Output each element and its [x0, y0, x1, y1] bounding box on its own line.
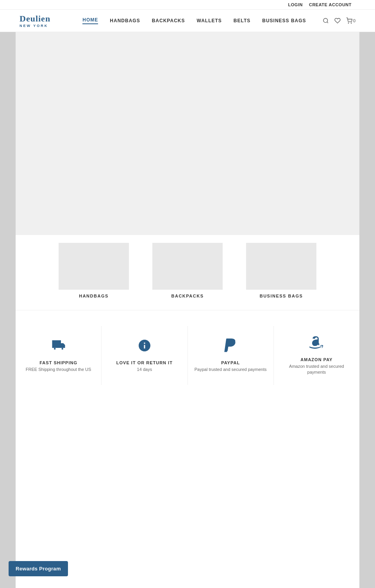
- category-section: HANDBAGS BACKPACKS BUSINESS BAGS: [16, 235, 359, 310]
- svg-point-2: [348, 23, 348, 23]
- create-account-link[interactable]: CREATE ACCOUNT: [309, 2, 352, 7]
- login-link[interactable]: LOGIN: [288, 2, 303, 7]
- cart-icon: [346, 18, 352, 24]
- category-handbags[interactable]: HANDBAGS: [59, 243, 129, 298]
- svg-point-3: [351, 23, 352, 23]
- search-button[interactable]: [323, 18, 329, 24]
- feature-amazon-title: AMAZON PAY: [300, 357, 332, 362]
- feature-return-title: LOVE IT OR RETURN IT: [116, 360, 173, 365]
- features-bar: FAST SHIPPING FREE Shipping throughout t…: [16, 326, 359, 385]
- business-bags-image: [246, 243, 316, 290]
- category-backpacks-label: BACKPACKS: [171, 294, 204, 298]
- search-icon: [323, 18, 329, 24]
- amazon-icon: [309, 335, 323, 353]
- nav-backpacks[interactable]: BACKPACKS: [152, 18, 185, 23]
- main-nav: HOME HANDBAGS BACKPACKS WALLETS BELTS BU…: [66, 17, 323, 24]
- nav-belts[interactable]: BELTS: [234, 18, 250, 23]
- lower-content: [16, 385, 359, 588]
- top-bar: LOGIN CREATE ACCOUNT: [0, 0, 375, 10]
- backpacks-image: [152, 243, 223, 290]
- logo[interactable]: Deulien NEW YORK: [20, 14, 50, 28]
- heart-icon: [334, 18, 341, 24]
- logo-text: Deulien: [20, 14, 50, 24]
- feature-paypal-desc: Paypal trusted and secured payments: [195, 367, 267, 372]
- wishlist-button[interactable]: [334, 18, 341, 24]
- main-content: HANDBAGS BACKPACKS BUSINESS BAGS FAST SH…: [16, 32, 359, 588]
- feature-shipping-desc: FREE Shipping throughout the US: [26, 367, 91, 372]
- svg-line-1: [327, 22, 328, 23]
- logo-sub: NEW YORK: [20, 24, 48, 28]
- nav-home[interactable]: HOME: [82, 17, 98, 24]
- handbags-image: [59, 243, 129, 290]
- feature-paypal: PAYPAL Paypal trusted and secured paymen…: [188, 326, 274, 385]
- header-icons: 0: [323, 18, 355, 24]
- cart-button[interactable]: 0: [346, 18, 355, 24]
- feature-shipping: FAST SHIPPING FREE Shipping throughout t…: [16, 326, 102, 385]
- nav-wallets[interactable]: WALLETS: [196, 18, 221, 23]
- feature-return-desc: 14 days: [137, 367, 152, 372]
- nav-handbags[interactable]: HANDBAGS: [110, 18, 140, 23]
- category-business-bags-label: BUSINESS BAGS: [260, 294, 303, 298]
- truck-icon: [52, 339, 66, 356]
- paypal-icon: [223, 339, 238, 356]
- feature-amazon: AMAZON PAY Amazon trusted and secured pa…: [274, 326, 359, 385]
- main-header: Deulien NEW YORK HOME HANDBAGS BACKPACKS…: [0, 10, 375, 32]
- category-handbags-label: HANDBAGS: [79, 294, 109, 298]
- feature-paypal-title: PAYPAL: [221, 360, 240, 365]
- category-backpacks[interactable]: BACKPACKS: [152, 243, 223, 298]
- nav-business-bags[interactable]: BUSINESS BAGS: [262, 18, 306, 23]
- return-icon: [138, 339, 152, 356]
- feature-shipping-title: FAST SHIPPING: [39, 360, 77, 365]
- feature-return: LOVE IT OR RETURN IT 14 days: [102, 326, 188, 385]
- rewards-program-button[interactable]: Rewards Program: [9, 561, 68, 576]
- feature-amazon-desc: Amazon trusted and secured payments: [280, 363, 353, 376]
- cart-count: 0: [353, 18, 355, 23]
- hero-banner: [16, 32, 359, 235]
- svg-point-0: [323, 18, 328, 23]
- category-business-bags[interactable]: BUSINESS BAGS: [246, 243, 316, 298]
